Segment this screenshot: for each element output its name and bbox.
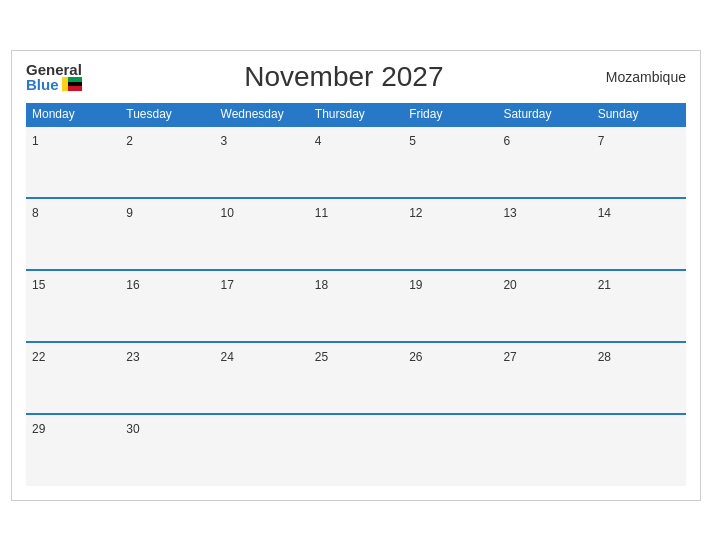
day-number-30: 30 [126,422,139,436]
day-number-27: 27 [503,350,516,364]
day-cell-8: 8 [26,198,120,270]
empty-cell [592,414,686,486]
empty-cell [403,414,497,486]
day-number-25: 25 [315,350,328,364]
day-cell-16: 16 [120,270,214,342]
day-number-26: 26 [409,350,422,364]
week-row-4: 22232425262728 [26,342,686,414]
day-cell-30: 30 [120,414,214,486]
day-cell-24: 24 [215,342,309,414]
day-number-18: 18 [315,278,328,292]
day-cell-18: 18 [309,270,403,342]
day-cell-1: 1 [26,126,120,198]
day-cell-15: 15 [26,270,120,342]
day-number-11: 11 [315,206,328,220]
day-number-21: 21 [598,278,611,292]
logo-blue-text: Blue [26,77,59,92]
day-cell-20: 20 [497,270,591,342]
day-cell-10: 10 [215,198,309,270]
day-cell-5: 5 [403,126,497,198]
day-number-23: 23 [126,350,139,364]
day-cell-28: 28 [592,342,686,414]
week-row-1: 1234567 [26,126,686,198]
day-number-12: 12 [409,206,422,220]
weekday-header-tuesday: Tuesday [120,103,214,126]
calendar-container: General Blue November 2027 Mozambique Mo… [11,50,701,501]
day-number-28: 28 [598,350,611,364]
empty-cell [215,414,309,486]
weekday-header-saturday: Saturday [497,103,591,126]
day-number-2: 2 [126,134,133,148]
day-number-10: 10 [221,206,234,220]
day-cell-23: 23 [120,342,214,414]
weekday-header-friday: Friday [403,103,497,126]
day-cell-4: 4 [309,126,403,198]
day-cell-29: 29 [26,414,120,486]
country-name: Mozambique [606,69,686,85]
day-cell-2: 2 [120,126,214,198]
day-number-7: 7 [598,134,605,148]
weekday-header-monday: Monday [26,103,120,126]
day-number-29: 29 [32,422,45,436]
day-cell-6: 6 [497,126,591,198]
day-cell-9: 9 [120,198,214,270]
week-row-2: 891011121314 [26,198,686,270]
day-number-8: 8 [32,206,39,220]
logo-flag-icon [62,77,82,91]
day-cell-17: 17 [215,270,309,342]
calendar-header: General Blue November 2027 Mozambique [26,61,686,93]
day-number-3: 3 [221,134,228,148]
day-number-20: 20 [503,278,516,292]
weekday-header-row: MondayTuesdayWednesdayThursdayFridaySatu… [26,103,686,126]
day-cell-25: 25 [309,342,403,414]
day-number-24: 24 [221,350,234,364]
logo-general-text: General [26,62,82,77]
logo: General Blue [26,62,82,92]
day-cell-27: 27 [497,342,591,414]
day-number-9: 9 [126,206,133,220]
day-number-19: 19 [409,278,422,292]
day-cell-13: 13 [497,198,591,270]
day-number-15: 15 [32,278,45,292]
empty-cell [309,414,403,486]
day-cell-14: 14 [592,198,686,270]
week-row-5: 2930 [26,414,686,486]
day-number-5: 5 [409,134,416,148]
day-number-14: 14 [598,206,611,220]
day-number-13: 13 [503,206,516,220]
day-cell-19: 19 [403,270,497,342]
weekday-header-wednesday: Wednesday [215,103,309,126]
day-number-16: 16 [126,278,139,292]
weekday-header-thursday: Thursday [309,103,403,126]
day-number-6: 6 [503,134,510,148]
calendar-grid: MondayTuesdayWednesdayThursdayFridaySatu… [26,103,686,486]
day-number-17: 17 [221,278,234,292]
day-number-22: 22 [32,350,45,364]
day-cell-21: 21 [592,270,686,342]
day-cell-11: 11 [309,198,403,270]
calendar-title: November 2027 [244,61,443,93]
day-cell-3: 3 [215,126,309,198]
day-number-1: 1 [32,134,39,148]
week-row-3: 15161718192021 [26,270,686,342]
day-cell-26: 26 [403,342,497,414]
empty-cell [497,414,591,486]
day-number-4: 4 [315,134,322,148]
weekday-header-sunday: Sunday [592,103,686,126]
day-cell-7: 7 [592,126,686,198]
day-cell-12: 12 [403,198,497,270]
day-cell-22: 22 [26,342,120,414]
